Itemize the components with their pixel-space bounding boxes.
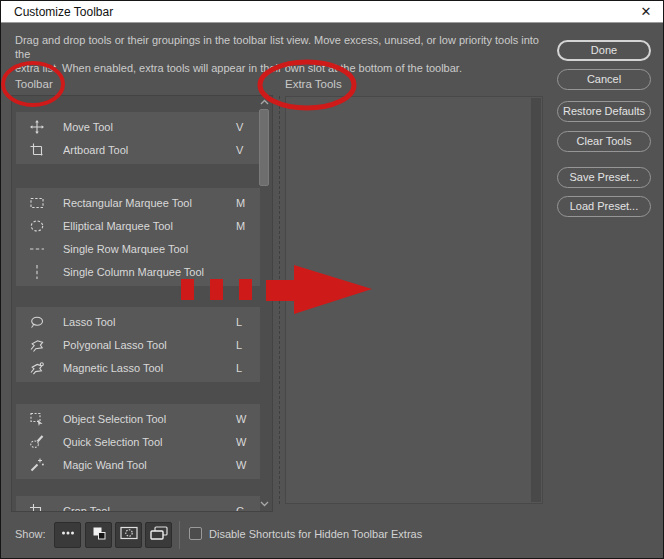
tool-name: Crop Tool <box>63 505 236 513</box>
tool-group[interactable]: Move ToolVArtboard ToolV <box>16 112 260 164</box>
tool-name: Object Selection Tool <box>63 413 236 425</box>
ellipsis-icon <box>59 524 77 546</box>
tool-shortcut: W <box>236 436 250 448</box>
tool-row[interactable]: Single Column Marquee Tool <box>16 260 260 283</box>
tool-name: Move Tool <box>63 121 236 133</box>
lasso-icon <box>29 314 45 330</box>
toolbar-list-scrollbar[interactable] <box>258 96 271 511</box>
customize-toolbar-dialog: Customize Toolbar ✕ Drag and drop tools … <box>0 0 664 559</box>
screen-mode-toggle-button[interactable] <box>145 522 172 548</box>
tool-shortcut: W <box>236 413 250 425</box>
tool-row[interactable]: Lasso ToolL <box>16 310 260 333</box>
tool-shortcut: M <box>236 197 250 209</box>
tool-row[interactable]: Rectangular Marquee ToolM <box>16 191 260 214</box>
tool-group[interactable]: Rectangular Marquee ToolMElliptical Marq… <box>16 188 260 286</box>
screen-mode-icon <box>149 524 169 546</box>
tool-name: Polygonal Lasso Tool <box>63 339 236 351</box>
ellipsis-toggle-button[interactable] <box>54 522 81 548</box>
tool-name: Rectangular Marquee Tool <box>63 197 236 209</box>
tool-row[interactable]: Magnetic Lasso ToolL <box>16 356 260 379</box>
footer-divider <box>179 521 180 549</box>
quick-selection-icon <box>29 434 45 450</box>
tool-name: Lasso Tool <box>63 316 236 328</box>
tool-name: Elliptical Marquee Tool <box>63 220 236 232</box>
tool-name: Magnetic Lasso Tool <box>63 362 236 374</box>
scrollbar-thumb[interactable] <box>259 109 269 186</box>
tool-row[interactable]: Single Row Marquee Tool <box>16 237 260 260</box>
tool-row[interactable]: Quick Selection ToolW <box>16 430 260 453</box>
description-text: Drag and drop tools or their groupings i… <box>15 33 549 75</box>
cancel-button[interactable]: Cancel <box>557 69 651 90</box>
tool-group[interactable]: Object Selection ToolWQuick Selection To… <box>16 404 260 479</box>
magic-wand-icon <box>29 457 45 473</box>
extra-tools-drop-area[interactable] <box>285 96 543 504</box>
quick-mask-icon <box>119 524 139 546</box>
scroll-down-icon[interactable] <box>258 499 271 510</box>
object-selection-icon <box>29 411 45 427</box>
dialog-title: Customize Toolbar <box>14 5 113 19</box>
clear-tools-button[interactable]: Clear Tools <box>557 131 651 152</box>
done-button[interactable]: Done <box>557 40 651 61</box>
description-line-2: extra list. When enabled, extra tools wi… <box>15 61 549 75</box>
tool-row[interactable]: Polygonal Lasso ToolL <box>16 333 260 356</box>
close-icon[interactable]: ✕ <box>635 2 657 21</box>
tool-group[interactable]: Crop ToolC <box>16 496 260 512</box>
disable-shortcuts-checkbox[interactable] <box>189 527 202 540</box>
ellipse-marquee-icon <box>29 218 45 234</box>
single-row-marquee-icon <box>29 241 45 257</box>
tool-group[interactable]: Lasso ToolLPolygonal Lasso ToolLMagnetic… <box>16 307 260 382</box>
tool-row[interactable]: Move ToolV <box>16 115 260 138</box>
move-icon <box>29 119 45 135</box>
footer-bar: Show: Disable Shortcuts for Hidden Toolb… <box>1 515 664 559</box>
tool-name: Quick Selection Tool <box>63 436 236 448</box>
tool-name: Magic Wand Tool <box>63 459 236 471</box>
crop-icon <box>29 503 45 513</box>
show-label: Show: <box>15 528 46 540</box>
tool-shortcut: W <box>236 459 250 471</box>
rect-marquee-icon <box>29 195 45 211</box>
tool-shortcut: C <box>236 505 250 513</box>
scroll-up-icon[interactable] <box>258 97 271 108</box>
tool-shortcut: L <box>236 362 250 374</box>
tool-name: Single Row Marquee Tool <box>63 243 236 255</box>
single-column-marquee-icon <box>29 264 45 280</box>
toolbar-panel-label: Toolbar <box>15 78 53 90</box>
title-bar: Customize Toolbar ✕ <box>1 1 663 23</box>
tool-shortcut: L <box>236 339 250 351</box>
fg-bg-colors-icon <box>90 524 108 546</box>
tool-row[interactable]: Crop ToolC <box>16 499 260 512</box>
magnetic-lasso-icon <box>29 360 45 376</box>
tool-row[interactable]: Elliptical Marquee ToolM <box>16 214 260 237</box>
tool-row[interactable]: Object Selection ToolW <box>16 407 260 430</box>
tool-row[interactable]: Artboard ToolV <box>16 138 260 161</box>
extra-tools-scroll-track <box>531 98 541 502</box>
quick-mask-toggle-button[interactable] <box>115 522 142 548</box>
tool-name: Single Column Marquee Tool <box>63 266 236 278</box>
toolbar-tool-list[interactable]: Move ToolVArtboard ToolVRectangular Marq… <box>11 95 273 512</box>
tool-row[interactable]: Magic Wand ToolW <box>16 453 260 476</box>
restore-defaults-button[interactable]: Restore Defaults <box>557 101 651 122</box>
disable-shortcuts-checkbox-label: Disable Shortcuts for Hidden Toolbar Ext… <box>209 528 422 540</box>
extra-tools-panel-label: Extra Tools <box>285 78 342 90</box>
fg-bg-colors-toggle-button[interactable] <box>85 522 112 548</box>
load-preset-button[interactable]: Load Preset... <box>557 196 651 217</box>
tool-shortcut: V <box>236 144 250 156</box>
tool-shortcut: M <box>236 220 250 232</box>
tool-shortcut: V <box>236 121 250 133</box>
save-preset-button[interactable]: Save Preset... <box>557 167 651 188</box>
polygonal-lasso-icon <box>29 337 45 353</box>
description-line-1: Drag and drop tools or their groupings i… <box>15 33 549 61</box>
artboard-icon <box>29 142 45 158</box>
tool-shortcut: L <box>236 316 250 328</box>
panel-divider <box>279 96 280 504</box>
tool-name: Artboard Tool <box>63 144 236 156</box>
